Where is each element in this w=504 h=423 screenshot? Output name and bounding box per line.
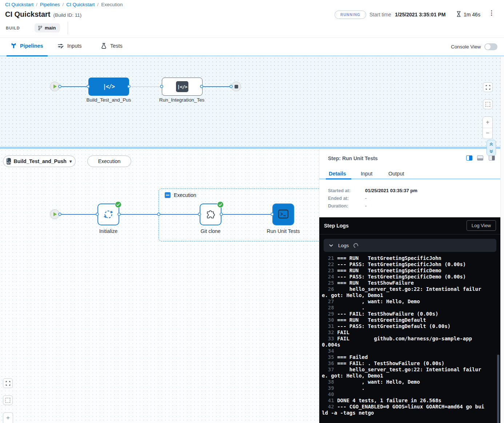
status-badge: RUNNING — [335, 11, 366, 19]
start-time-label: Start time — [369, 12, 391, 17]
layout-right-view-icon[interactable] — [489, 155, 495, 161]
breadcrumb-link-pipelines[interactable]: Pipelines — [40, 2, 60, 7]
console-view-label: Console View — [451, 44, 481, 50]
chevron-down-icon: ▾ — [69, 158, 72, 164]
layout-bottom-view-icon[interactable] — [477, 155, 483, 161]
expand-collapse-button[interactable] — [487, 140, 496, 156]
selection-mode-button[interactable] — [3, 395, 13, 405]
log-line: 27 , want: Hello, Demo — [322, 299, 486, 305]
stage-canvas[interactable]: |</> Build_Test_and_Push ▾ Execution Exe… — [0, 149, 319, 423]
tab-input[interactable]: Input — [361, 171, 372, 177]
log-line: 29 --- FAIL: TestShowFailure (0.00s) — [322, 311, 486, 317]
hourglass-icon — [456, 11, 461, 17]
code-icon: |</> — [176, 81, 188, 92]
chevron-down-icon — [329, 244, 333, 247]
marquee-icon — [485, 102, 490, 107]
execution-view-button[interactable]: Execution — [87, 155, 131, 167]
step-label: Run Unit Tests — [267, 228, 300, 234]
log-line: 21 === RUN TestGreetingSpecificJohn — [322, 255, 486, 261]
breadcrumb-current: Execution — [101, 2, 123, 7]
page-title: CI Quickstart(Build ID: 11) — [5, 10, 81, 19]
edge — [60, 86, 88, 87]
step-node-initialize[interactable] — [97, 203, 119, 225]
started-at-value: 01/25/2021 03:35:37 pm — [365, 188, 417, 193]
tab-inputs-label: Inputs — [67, 43, 82, 49]
log-view-button[interactable]: Log View — [467, 220, 496, 231]
puzzle-icon — [205, 209, 216, 220]
tab-tests[interactable]: Tests — [101, 43, 123, 49]
pipeline-end-node[interactable] — [231, 82, 241, 91]
step-logs-panel: Step Logs Log View Logs 21 === RUN TestG… — [319, 217, 501, 423]
fullscreen-button[interactable] — [3, 378, 13, 388]
stage-selector-label: Build_Test_and_Push — [14, 158, 67, 164]
build-type-label: BUILD — [6, 26, 20, 30]
step-node-run-unit-tests[interactable] — [272, 203, 294, 225]
node-port — [58, 213, 61, 216]
node-port — [198, 213, 201, 216]
log-line: 32 FAIL — [322, 329, 486, 336]
log-line: 37 hello_server_test.go:22: Intentional … — [322, 367, 486, 379]
stage-node-build-test-and-push[interactable]: |</> — [88, 78, 129, 96]
step-details-panel: Step: Run Unit Tests Details Input Outpu… — [319, 149, 500, 423]
pipeline-canvas[interactable]: |</> Build_Test_and_Pus |</> Run_Integra… — [0, 56, 500, 147]
stage-node-run-integration-tests[interactable]: |</> — [162, 78, 203, 96]
chevrons-down-icon — [489, 149, 494, 154]
code-icon: |</> — [7, 158, 11, 165]
chevrons-up-icon — [489, 142, 494, 147]
log-line: 35 === Failed — [322, 354, 486, 360]
log-line: 30 === RUN TestGreetingDefault — [322, 317, 486, 323]
logs-accordion-header[interactable]: Logs — [324, 239, 496, 252]
console-view-toggle[interactable] — [484, 43, 497, 50]
tab-pipelines[interactable]: Pipelines — [11, 43, 43, 49]
zoom-in-button[interactable]: + — [483, 117, 492, 128]
log-line: 31 --- PASS: TestGreetingDefault (0.00s) — [322, 323, 486, 329]
tab-details[interactable]: Details — [329, 171, 346, 177]
log-line: 28 . — [322, 305, 486, 311]
step-panel-title: Step: Run Unit Tests — [328, 155, 378, 161]
execution-tabbar: Pipelines Inputs Tests Console View — [0, 37, 504, 56]
node-port — [87, 85, 90, 88]
node-port — [271, 213, 274, 216]
logs-section-label: Logs — [338, 243, 349, 248]
breadcrumb-separator: / — [36, 2, 37, 7]
step-node-git-clone[interactable] — [200, 203, 221, 225]
loading-spinner-icon — [353, 242, 359, 249]
log-line: 25 === RUN TestShowFailure — [322, 280, 486, 286]
tab-output[interactable]: Output — [388, 171, 404, 177]
zoom-controls: + − — [3, 412, 13, 423]
edge — [60, 214, 97, 215]
logs-body: Logs 21 === RUN TestGreetingSpecificJohn… — [319, 234, 501, 423]
stage-label: Run_Integration_Tes — [159, 97, 205, 103]
breadcrumb-link-pipeline[interactable]: CI Quickstart — [66, 2, 95, 7]
collapse-group-icon[interactable] — [165, 192, 171, 198]
duration-value: - — [365, 203, 367, 209]
inputs-sliders-icon — [57, 43, 64, 49]
page-scrollbar-gutter[interactable] — [500, 56, 504, 423]
tab-inputs[interactable]: Inputs — [57, 43, 82, 49]
fullscreen-icon — [485, 85, 491, 90]
log-scrollbar-thumb[interactable] — [497, 355, 499, 423]
zoom-out-button[interactable]: − — [483, 128, 492, 139]
node-port — [127, 85, 131, 88]
kebab-menu-icon[interactable]: ⋮ — [488, 10, 495, 16]
build-id: (Build ID: 11) — [53, 12, 81, 18]
node-port — [160, 85, 163, 88]
stage-selector-dropdown[interactable]: |</> Build_Test_and_Push ▾ — [3, 155, 76, 167]
breadcrumb-separator: / — [97, 2, 99, 7]
execution-view-label: Execution — [98, 158, 120, 164]
marquee-icon — [5, 398, 10, 403]
zoom-in-button[interactable]: + — [3, 413, 13, 423]
edge — [129, 86, 162, 87]
success-check-icon — [217, 201, 224, 208]
toggle-knob — [485, 44, 491, 50]
log-line: 22 --- PASS: TestGreetingSpecificJohn (0… — [322, 261, 486, 268]
panel-tab-active-underline — [326, 178, 351, 179]
sync-icon — [103, 209, 114, 220]
selection-mode-button[interactable] — [483, 99, 493, 109]
breadcrumb-link-ci-quickstart[interactable]: CI Quickstart — [5, 2, 33, 7]
duration-label: Duration: — [328, 203, 348, 209]
fullscreen-button[interactable] — [483, 82, 493, 92]
branch-chip[interactable]: main — [35, 23, 60, 32]
layout-split-view-icon[interactable] — [466, 155, 472, 161]
stop-icon — [235, 85, 238, 88]
